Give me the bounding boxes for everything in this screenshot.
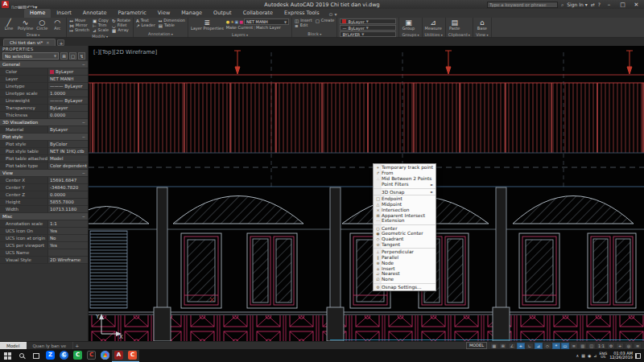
model-space-canvas[interactable]: [-][Top][2D Wireframe]: [89, 46, 644, 341]
sign-in-button[interactable]: Sign In ▾: [567, 2, 588, 7]
tray-expand-icon[interactable]: ∧: [576, 353, 579, 358]
Linetype[interactable]: Linetype ——— ByLayer: [0, 83, 88, 90]
Line[interactable]: ╱Line: [2, 19, 15, 31]
Center Z[interactable]: Center Z 0.0000: [0, 191, 88, 199]
tab-express-tools[interactable]: Express Tools: [279, 9, 324, 18]
osnap-nearest[interactable]: ▱ Nearest: [374, 271, 436, 277]
toggle-pickadd-button[interactable]: ⊞: [60, 52, 68, 60]
tab-manage[interactable]: Manage: [175, 9, 208, 18]
osnap-apparent-intersect[interactable]: ⊠ Apparent Intersect: [374, 212, 436, 218]
UCS icon at origin[interactable]: UCS icon at origin No: [0, 235, 88, 242]
Center Y[interactable]: Center Y -34840.7820: [0, 184, 88, 191]
layout-tab-model[interactable]: Model: [0, 342, 27, 349]
Circle[interactable]: ○Circle: [35, 19, 48, 31]
panel-label-annotation[interactable]: Annotation: [136, 31, 185, 37]
Plot table attached to[interactable]: Plot table attached to Model: [0, 155, 88, 162]
Width[interactable]: Width 10713.1180: [0, 206, 88, 213]
lineweight-toggle[interactable]: ≡: [570, 343, 578, 349]
Measure[interactable]: ⊿Measure: [425, 19, 442, 31]
Plot style[interactable]: Plot style ByColor: [0, 141, 88, 148]
polar-tracking-toggle[interactable]: ⊿: [535, 343, 543, 349]
osnap-mid-between-2-points[interactable]: ∴ Mid Between 2 Points: [374, 176, 436, 182]
network-icon[interactable]: ◉: [588, 353, 591, 358]
panel-label-layers[interactable]: Layers: [191, 31, 289, 38]
volume-icon[interactable]: ⊿: [593, 353, 597, 358]
Layer[interactable]: Layer NET MANH: [0, 76, 88, 83]
model-paper-toggle[interactable]: MODEL: [466, 342, 487, 349]
annotation-scale-button[interactable]: 1:1: [597, 343, 606, 349]
osnap-geometric-center[interactable]: ◉ Geometric Center: [374, 231, 436, 237]
taskbar-app-coccoc[interactable]: C: [57, 350, 71, 362]
Leader[interactable]: ↗Leader: [136, 23, 155, 28]
View[interactable]: View: [0, 170, 88, 177]
taskbar-app-chrome[interactable]: [98, 350, 112, 362]
Edit[interactable]: ≡Edit: [295, 23, 312, 28]
taskbar-clock[interactable]: 01:03 AM 12/26/2019: [609, 352, 633, 360]
3D Visualization[interactable]: 3D Visualization: [0, 119, 88, 126]
layer-on-icon[interactable]: ●: [226, 19, 229, 24]
osnap-tangent[interactable]: ⊘ Tangent: [374, 242, 436, 248]
Thickness[interactable]: Thickness 0.0000: [0, 112, 88, 119]
osnap-endpoint[interactable]: □ Endpoint: [374, 195, 436, 201]
start-button[interactable]: [0, 349, 14, 362]
viewport-controls[interactable]: [-][Top][2D Wireframe]: [93, 49, 158, 56]
infer-constraints-toggle[interactable]: ∠: [508, 343, 516, 349]
selection-dropdown[interactable]: No selection▼: [2, 52, 59, 60]
layer-color-swatch[interactable]: ■: [239, 19, 243, 24]
osnap-tracking-toggle[interactable]: ⌖: [552, 343, 560, 349]
search-icon[interactable]: ⌕: [561, 2, 564, 8]
Linetype scale[interactable]: Linetype scale 1.0000: [0, 90, 88, 97]
osnap-parallel[interactable]: ∥ Parallel: [374, 254, 436, 260]
infocenter-search-input[interactable]: [487, 2, 558, 8]
Paste[interactable]: ▤Paste: [448, 19, 461, 31]
tab-annotate[interactable]: Annotate: [77, 9, 113, 18]
taskbar-app-zalo[interactable]: Z: [43, 350, 57, 362]
osnap-none[interactable]: ∅ None: [374, 277, 436, 282]
Material[interactable]: Material ByLayer: [0, 126, 88, 134]
object-snap-toggle[interactable]: ▭: [561, 343, 569, 349]
language-indicator[interactable]: ENGUS: [599, 352, 607, 360]
osnap-midpoint[interactable]: △ Midpoint: [374, 201, 436, 207]
Table[interactable]: ▤Table: [159, 23, 185, 28]
osnap-intersection[interactable]: × Intersection: [374, 207, 436, 212]
osnap-perpendicular[interactable]: ⊥ Perpendicular: [374, 248, 436, 254]
tab-view[interactable]: View: [152, 9, 175, 18]
osnap-quadrant[interactable]: ◇ Quadrant: [374, 237, 436, 242]
task-view-icon[interactable]: [29, 349, 43, 362]
Arc[interactable]: ◠Arc: [51, 19, 64, 31]
ribbon-display-toggle-icon[interactable]: ⊙ ▾: [325, 10, 341, 18]
isolate-objects-button[interactable]: ◎: [625, 343, 633, 349]
action-center-icon[interactable]: [635, 353, 641, 359]
transparency-toggle[interactable]: ▥: [579, 343, 587, 349]
Height[interactable]: Height 5855.7800: [0, 199, 88, 206]
tab-collaborate[interactable]: Collaborate: [237, 9, 279, 18]
share-icon[interactable]: ⇄: [591, 2, 595, 7]
UCS icon On[interactable]: UCS icon On Yes: [0, 228, 88, 235]
panel-label-view[interactable]: View: [476, 31, 489, 38]
new-tab-button[interactable]: +: [57, 39, 64, 46]
new-layout-button[interactable]: +: [73, 343, 80, 348]
Lineweight[interactable]: Lineweight ——— ByLayer: [0, 97, 88, 105]
Misc[interactable]: Misc: [0, 213, 88, 220]
panel-label-groups[interactable]: Groups: [402, 31, 419, 38]
Create[interactable]: ▢Create: [316, 19, 335, 23]
Plot style table[interactable]: Plot style table NET IN 1HQ.ctb: [0, 148, 88, 155]
osnap-center[interactable]: ○ Center: [374, 224, 436, 231]
make-current-button[interactable]: Make Current: [226, 26, 254, 31]
General[interactable]: General: [0, 61, 88, 68]
tab-parametric[interactable]: Parametric: [113, 9, 152, 18]
taskbar-app-coreldraw[interactable]: C: [85, 350, 98, 362]
file-tab-active[interactable]: Chi tiet dan vi*✕: [3, 39, 56, 46]
quick-select-button[interactable]: ↯: [78, 52, 85, 60]
maximize-button[interactable]: □: [617, 2, 628, 8]
osnap-extension[interactable]: ⋯ Extension: [374, 218, 436, 224]
layer-thaw-icon[interactable]: ☀: [230, 19, 233, 24]
taskbar-app-c[interactable]: C: [126, 350, 139, 362]
dynamic-input-toggle[interactable]: +: [517, 343, 525, 349]
tab-insert[interactable]: Insert: [51, 9, 77, 18]
ortho-toggle[interactable]: ∟: [526, 343, 534, 349]
panel-label-utilities[interactable]: Utilities: [425, 31, 443, 38]
Center X[interactable]: Center X 15691.6847: [0, 177, 88, 184]
UCS Name[interactable]: UCS Name: [0, 249, 88, 257]
osnap-3d-osnap[interactable]: 3D Osnap ►: [374, 188, 436, 195]
